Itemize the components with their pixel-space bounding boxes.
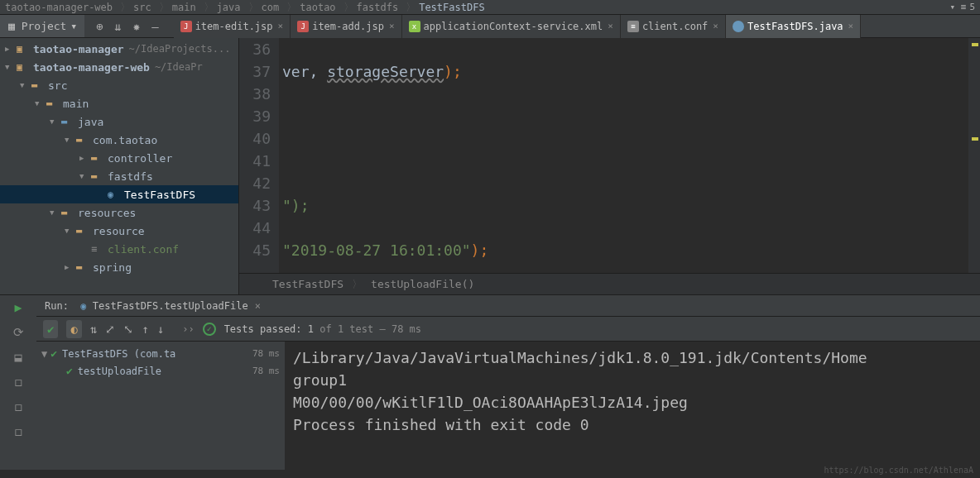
tests-status-text: Tests passed: 1 of 1 test – 78 ms <box>224 323 421 335</box>
rerun-icon[interactable]: ▶ <box>14 300 22 315</box>
tab-testfastdfs[interactable]: TestFastDFS.java× <box>726 15 861 38</box>
tree-folder-resource[interactable]: ▼▬resource <box>0 222 238 240</box>
close-icon[interactable]: × <box>389 21 395 31</box>
run-config-name[interactable]: TestFastDFS.testUploadFile <box>93 300 248 312</box>
folder-icon: ▬ <box>76 261 89 273</box>
tab-overflow[interactable]: ▾ ≡ 5 <box>950 2 976 12</box>
project-view-selector[interactable]: ▦ Project▼ <box>0 15 84 37</box>
tab-client-conf[interactable]: ≡client.conf× <box>621 15 726 38</box>
tree-package-controller[interactable]: ▶▬controller <box>0 149 238 167</box>
pass-icon: ✓ <box>203 323 216 336</box>
crumb[interactable]: main <box>172 2 196 13</box>
java-class-icon <box>733 21 744 32</box>
pin-icon[interactable]: ◻ <box>14 375 22 390</box>
breadcrumb: taotao-manager-web〉 src〉 main〉 java〉 com… <box>0 0 980 15</box>
file-icon: ≡ <box>627 21 639 32</box>
camera-icon[interactable]: ◻ <box>14 424 22 439</box>
locate-icon[interactable]: ⊕ <box>96 20 103 33</box>
file-icon: ≡ <box>91 243 104 255</box>
editor-tabs: Jitem-edit.jsp× Jitem-add.jsp× xapplicat… <box>174 15 980 38</box>
crumb[interactable]: fastdfs <box>357 2 399 13</box>
run-header: Run: ◉ TestFastDFS.testUploadFile × <box>36 295 980 317</box>
test-suite-row[interactable]: ▼ ✔ TestFastDFS (com.ta78 ms <box>36 345 285 362</box>
tree-folder-main[interactable]: ▼▬main <box>0 94 238 112</box>
folder-icon: ▬ <box>46 98 60 109</box>
watermark: https://blog.csdn.net/AthlenaA <box>824 466 973 475</box>
close-icon[interactable]: × <box>608 21 613 31</box>
jsp-icon: J <box>180 21 192 32</box>
tree-file-clientconf[interactable]: ≡client.conf <box>0 240 238 258</box>
show-passed-icon[interactable]: ✔ <box>43 320 58 338</box>
test-case-row[interactable]: ✔ testUploadFile78 ms <box>36 362 285 380</box>
package-icon: ▬ <box>76 134 89 146</box>
xml-icon: x <box>409 21 420 32</box>
hide-icon[interactable]: — <box>151 20 158 33</box>
crumb[interactable]: src <box>133 2 151 13</box>
crumb[interactable]: taotao <box>300 2 335 13</box>
run-config-icon: ◉ <box>80 300 86 312</box>
settings-icon[interactable]: ✸ <box>133 20 140 33</box>
package-icon: ▬ <box>91 170 104 182</box>
close-icon[interactable]: × <box>713 21 718 31</box>
editor-breadcrumb: TestFastDFS 〉 testUploadFile() <box>239 273 980 294</box>
tab-appcontext[interactable]: xapplicationContext-service.xml× <box>402 15 621 38</box>
editor[interactable]: 363738 394041 424344 45 ver, storageServ… <box>239 38 980 294</box>
run-label: Run: <box>45 300 69 312</box>
console-output[interactable]: /Library/Java/JavaVirtualMachines/jdk1.8… <box>285 342 980 470</box>
tree-package-fastdfs[interactable]: ▼▬fastdfs <box>0 167 238 185</box>
pass-icon: ✔ <box>66 365 73 377</box>
line-gutter: 363738 394041 424344 45 <box>239 38 279 273</box>
run-tool-window: ▶ ⟳ ⬓ ◻ ◻ ◻ Run: ◉ TestFastDFS.testUploa… <box>0 294 980 470</box>
folder-icon: ▬ <box>76 225 89 237</box>
run-gutter: ▶ ⟳ ⬓ ◻ ◻ ◻ <box>0 295 36 470</box>
crumb-class[interactable]: TestFastDFS <box>272 278 343 290</box>
toolbar: ▦ Project▼ ⊕ ⇊ ✸ — Jitem-edit.jsp× Jitem… <box>0 15 980 38</box>
prev-icon[interactable]: ↑ <box>142 323 148 336</box>
crumb[interactable]: TestFastDFS <box>419 2 484 13</box>
crumb-method[interactable]: testUploadFile() <box>371 278 474 290</box>
collapse-icon[interactable]: ⤡ <box>123 323 133 336</box>
tree-folder-src[interactable]: ▼▬src <box>0 76 238 94</box>
package-icon: ▬ <box>91 152 104 164</box>
tree-folder-resources[interactable]: ▼▬resources <box>0 203 238 222</box>
close-icon[interactable]: × <box>278 21 284 31</box>
sort-icon[interactable]: ⇅ <box>90 323 97 336</box>
tab-item-edit[interactable]: Jitem-edit.jsp× <box>174 15 291 38</box>
resources-icon: ▬ <box>61 207 74 218</box>
code-content[interactable]: ver, storageServer); "); "2019-08-27 16:… <box>279 38 968 273</box>
next-icon[interactable]: ↓ <box>157 323 164 336</box>
source-folder-icon: ▬ <box>61 116 74 127</box>
project-sidebar: ▶▣taotao-manager~/IdeaProjects... ▼▣taot… <box>0 38 239 294</box>
jsp-icon: J <box>297 21 309 32</box>
layout-icon[interactable]: ⬓ <box>14 350 22 365</box>
project-tree[interactable]: ▶▣taotao-manager~/IdeaProjects... ▼▣taot… <box>0 38 238 294</box>
crumb[interactable]: taotao-manager-web <box>5 2 113 13</box>
crumb[interactable]: java <box>217 2 241 13</box>
run-toolbar: ✔ ◐ ⇅ ⤢ ⤡ ↑ ↓ ›› ✓ Tests passed: 1 of 1 … <box>36 317 980 342</box>
test-tree[interactable]: ▼ ✔ TestFastDFS (com.ta78 ms ✔ testUploa… <box>36 342 285 470</box>
module-icon: ▣ <box>17 43 30 55</box>
close-icon[interactable]: × <box>255 300 261 312</box>
tree-module[interactable]: ▼▣taotao-manager-web~/IdeaPr <box>0 58 238 76</box>
tab-item-add[interactable]: Jitem-add.jsp× <box>291 15 401 38</box>
folder-icon: ▦ <box>8 20 15 32</box>
java-class-icon: ◉ <box>108 189 121 200</box>
collapse-icon[interactable]: ⇊ <box>114 20 121 33</box>
toggle-icon[interactable]: ⟳ <box>13 325 24 340</box>
show-ignored-icon[interactable]: ◐ <box>66 320 81 338</box>
pass-icon: ✔ <box>50 347 57 360</box>
export-icon[interactable]: ◻ <box>14 399 22 414</box>
tree-package[interactable]: ▼▬com.taotao <box>0 131 238 149</box>
tree-module[interactable]: ▶▣taotao-manager~/IdeaProjects... <box>0 40 238 58</box>
crumb[interactable]: com <box>262 2 280 13</box>
tree-folder-java[interactable]: ▼▬java <box>0 112 238 131</box>
error-stripe[interactable] <box>968 38 980 273</box>
tree-file-testfastdfs[interactable]: ◉TestFastDFS <box>0 185 238 203</box>
expand-icon[interactable]: ⤢ <box>105 323 115 336</box>
close-icon[interactable]: × <box>848 21 854 31</box>
folder-icon: ▬ <box>31 79 45 91</box>
tree-folder-spring[interactable]: ▶▬spring <box>0 258 238 276</box>
module-icon: ▣ <box>17 61 30 73</box>
